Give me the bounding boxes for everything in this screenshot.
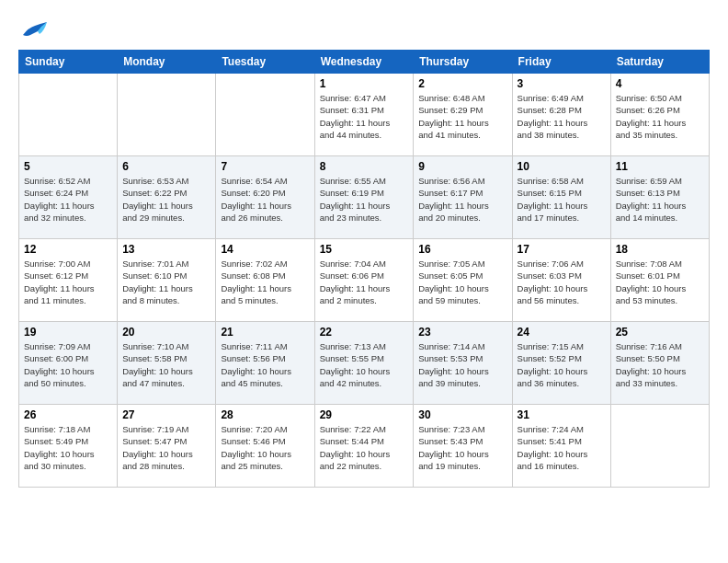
day-info: Sunrise: 7:09 AM Sunset: 6:00 PM Dayligh… bbox=[24, 340, 112, 389]
day-info: Sunrise: 6:52 AM Sunset: 6:24 PM Dayligh… bbox=[24, 175, 112, 224]
day-number: 14 bbox=[221, 243, 309, 256]
calendar-day-cell: 18Sunrise: 7:08 AM Sunset: 6:01 PM Dayli… bbox=[610, 239, 709, 322]
day-number: 25 bbox=[616, 326, 704, 339]
day-info: Sunrise: 7:01 AM Sunset: 6:10 PM Dayligh… bbox=[122, 258, 210, 306]
calendar-day-cell: 29Sunrise: 7:22 AM Sunset: 5:44 PM Dayli… bbox=[314, 405, 414, 488]
calendar-day-cell: 25Sunrise: 7:16 AM Sunset: 5:50 PM Dayli… bbox=[610, 322, 709, 405]
day-number: 31 bbox=[518, 408, 606, 421]
weekday-header-monday: Monday bbox=[118, 51, 216, 74]
calendar-day-cell: 5Sunrise: 6:52 AM Sunset: 6:24 PM Daylig… bbox=[19, 156, 118, 239]
calendar-day-cell: 17Sunrise: 7:06 AM Sunset: 6:03 PM Dayli… bbox=[512, 239, 610, 322]
calendar-day-cell: 30Sunrise: 7:23 AM Sunset: 5:43 PM Dayli… bbox=[414, 405, 512, 488]
day-number: 3 bbox=[518, 77, 606, 90]
day-number: 18 bbox=[616, 243, 704, 256]
calendar-day-cell: 15Sunrise: 7:04 AM Sunset: 6:06 PM Dayli… bbox=[314, 239, 414, 322]
day-info: Sunrise: 6:49 AM Sunset: 6:28 PM Dayligh… bbox=[518, 92, 606, 141]
calendar-table: SundayMondayTuesdayWednesdayThursdayFrid… bbox=[18, 50, 710, 488]
day-info: Sunrise: 7:23 AM Sunset: 5:43 PM Dayligh… bbox=[418, 423, 506, 472]
calendar-day-cell: 23Sunrise: 7:14 AM Sunset: 5:53 PM Dayli… bbox=[414, 322, 512, 405]
day-info: Sunrise: 6:55 AM Sunset: 6:19 PM Dayligh… bbox=[320, 175, 409, 224]
calendar-day-cell: 24Sunrise: 7:15 AM Sunset: 5:52 PM Dayli… bbox=[512, 322, 610, 405]
calendar-day-cell: 28Sunrise: 7:20 AM Sunset: 5:46 PM Dayli… bbox=[216, 405, 314, 488]
calendar-day-cell: 1Sunrise: 6:47 AM Sunset: 6:31 PM Daylig… bbox=[314, 74, 414, 156]
calendar-day-cell: 16Sunrise: 7:05 AM Sunset: 6:05 PM Dayli… bbox=[414, 239, 512, 322]
calendar-day-cell: 2Sunrise: 6:48 AM Sunset: 6:29 PM Daylig… bbox=[414, 74, 512, 156]
weekday-header-thursday: Thursday bbox=[414, 51, 512, 74]
day-number: 17 bbox=[518, 243, 606, 256]
calendar-day-cell bbox=[610, 405, 709, 488]
calendar-day-cell: 8Sunrise: 6:55 AM Sunset: 6:19 PM Daylig… bbox=[314, 156, 414, 239]
weekday-header-friday: Friday bbox=[512, 51, 610, 74]
calendar-day-cell: 31Sunrise: 7:24 AM Sunset: 5:41 PM Dayli… bbox=[512, 405, 610, 488]
calendar-week-row: 5Sunrise: 6:52 AM Sunset: 6:24 PM Daylig… bbox=[19, 156, 710, 239]
calendar-day-cell: 19Sunrise: 7:09 AM Sunset: 6:00 PM Dayli… bbox=[19, 322, 118, 405]
weekday-header-tuesday: Tuesday bbox=[216, 51, 314, 74]
day-number: 1 bbox=[320, 77, 409, 90]
day-info: Sunrise: 6:47 AM Sunset: 6:31 PM Dayligh… bbox=[320, 92, 409, 141]
day-number: 10 bbox=[518, 160, 606, 173]
logo bbox=[18, 18, 49, 40]
day-number: 28 bbox=[221, 408, 309, 421]
calendar-day-cell: 10Sunrise: 6:58 AM Sunset: 6:15 PM Dayli… bbox=[512, 156, 610, 239]
day-info: Sunrise: 7:24 AM Sunset: 5:41 PM Dayligh… bbox=[518, 423, 606, 472]
day-info: Sunrise: 7:13 AM Sunset: 5:55 PM Dayligh… bbox=[320, 340, 409, 389]
day-number: 5 bbox=[24, 160, 112, 173]
calendar-day-cell: 9Sunrise: 6:56 AM Sunset: 6:17 PM Daylig… bbox=[414, 156, 512, 239]
day-info: Sunrise: 6:59 AM Sunset: 6:13 PM Dayligh… bbox=[616, 175, 704, 224]
day-number: 23 bbox=[418, 326, 506, 339]
day-number: 26 bbox=[24, 408, 112, 421]
day-info: Sunrise: 7:11 AM Sunset: 5:56 PM Dayligh… bbox=[221, 340, 309, 389]
day-number: 2 bbox=[418, 77, 506, 90]
calendar-day-cell: 13Sunrise: 7:01 AM Sunset: 6:10 PM Dayli… bbox=[118, 239, 216, 322]
calendar-day-cell: 22Sunrise: 7:13 AM Sunset: 5:55 PM Dayli… bbox=[314, 322, 414, 405]
day-number: 11 bbox=[616, 160, 704, 173]
day-number: 6 bbox=[122, 160, 210, 173]
day-info: Sunrise: 7:04 AM Sunset: 6:06 PM Dayligh… bbox=[320, 258, 409, 306]
calendar-day-cell: 12Sunrise: 7:00 AM Sunset: 6:12 PM Dayli… bbox=[19, 239, 118, 322]
day-info: Sunrise: 7:00 AM Sunset: 6:12 PM Dayligh… bbox=[24, 258, 112, 306]
day-info: Sunrise: 6:53 AM Sunset: 6:22 PM Dayligh… bbox=[122, 175, 210, 224]
day-info: Sunrise: 6:58 AM Sunset: 6:15 PM Dayligh… bbox=[518, 175, 606, 224]
calendar-week-row: 1Sunrise: 6:47 AM Sunset: 6:31 PM Daylig… bbox=[19, 74, 710, 156]
day-number: 8 bbox=[320, 160, 409, 173]
calendar-day-cell: 26Sunrise: 7:18 AM Sunset: 5:49 PM Dayli… bbox=[19, 405, 118, 488]
day-number: 4 bbox=[616, 77, 704, 90]
day-number: 24 bbox=[518, 326, 606, 339]
day-number: 12 bbox=[24, 243, 112, 256]
logo-bird-icon bbox=[21, 18, 49, 40]
day-info: Sunrise: 7:10 AM Sunset: 5:58 PM Dayligh… bbox=[122, 340, 210, 389]
calendar-day-cell bbox=[118, 74, 216, 156]
day-info: Sunrise: 7:15 AM Sunset: 5:52 PM Dayligh… bbox=[518, 340, 606, 389]
day-number: 16 bbox=[418, 243, 506, 256]
calendar-day-cell: 7Sunrise: 6:54 AM Sunset: 6:20 PM Daylig… bbox=[216, 156, 314, 239]
day-info: Sunrise: 7:05 AM Sunset: 6:05 PM Dayligh… bbox=[418, 258, 506, 306]
day-info: Sunrise: 6:54 AM Sunset: 6:20 PM Dayligh… bbox=[221, 175, 309, 224]
day-number: 7 bbox=[221, 160, 309, 173]
calendar-day-cell: 21Sunrise: 7:11 AM Sunset: 5:56 PM Dayli… bbox=[216, 322, 314, 405]
day-info: Sunrise: 7:18 AM Sunset: 5:49 PM Dayligh… bbox=[24, 423, 112, 472]
day-info: Sunrise: 7:06 AM Sunset: 6:03 PM Dayligh… bbox=[518, 258, 606, 306]
weekday-header-saturday: Saturday bbox=[610, 51, 709, 74]
day-number: 15 bbox=[320, 243, 409, 256]
day-info: Sunrise: 7:19 AM Sunset: 5:47 PM Dayligh… bbox=[122, 423, 210, 472]
day-number: 13 bbox=[122, 243, 210, 256]
calendar-week-row: 26Sunrise: 7:18 AM Sunset: 5:49 PM Dayli… bbox=[19, 405, 710, 488]
calendar-day-cell: 27Sunrise: 7:19 AM Sunset: 5:47 PM Dayli… bbox=[118, 405, 216, 488]
calendar-header-row: SundayMondayTuesdayWednesdayThursdayFrid… bbox=[19, 51, 710, 74]
calendar-day-cell bbox=[19, 74, 118, 156]
day-info: Sunrise: 7:16 AM Sunset: 5:50 PM Dayligh… bbox=[616, 340, 704, 389]
day-info: Sunrise: 7:02 AM Sunset: 6:08 PM Dayligh… bbox=[221, 258, 309, 306]
day-info: Sunrise: 7:08 AM Sunset: 6:01 PM Dayligh… bbox=[616, 258, 704, 306]
calendar-week-row: 12Sunrise: 7:00 AM Sunset: 6:12 PM Dayli… bbox=[19, 239, 710, 322]
day-info: Sunrise: 7:22 AM Sunset: 5:44 PM Dayligh… bbox=[320, 423, 409, 472]
calendar-day-cell bbox=[216, 74, 314, 156]
day-info: Sunrise: 7:20 AM Sunset: 5:46 PM Dayligh… bbox=[221, 423, 309, 472]
day-number: 20 bbox=[122, 326, 210, 339]
day-number: 30 bbox=[418, 408, 506, 421]
calendar-week-row: 19Sunrise: 7:09 AM Sunset: 6:00 PM Dayli… bbox=[19, 322, 710, 405]
calendar-day-cell: 3Sunrise: 6:49 AM Sunset: 6:28 PM Daylig… bbox=[512, 74, 610, 156]
day-number: 27 bbox=[122, 408, 210, 421]
day-number: 22 bbox=[320, 326, 409, 339]
day-number: 9 bbox=[418, 160, 506, 173]
day-number: 21 bbox=[221, 326, 309, 339]
